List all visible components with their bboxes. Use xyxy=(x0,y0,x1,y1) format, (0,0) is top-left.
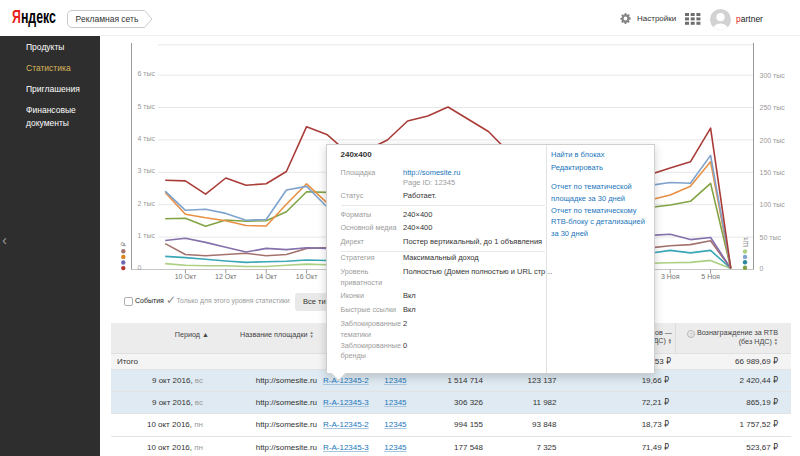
svg-text:50 тыс: 50 тыс xyxy=(760,234,782,241)
svg-text:5 тыс: 5 тыс xyxy=(138,103,156,110)
svg-text:0: 0 xyxy=(138,264,142,271)
svg-text:12 Окт: 12 Окт xyxy=(215,273,237,280)
svg-text:100 тыс: 100 тыс xyxy=(760,201,786,208)
svg-text:₽: ₽ xyxy=(120,242,127,247)
svg-text:1 тыс: 1 тыс xyxy=(138,232,156,239)
svg-text:5 Ноя: 5 Ноя xyxy=(701,273,720,280)
svg-text:16 Окт: 16 Окт xyxy=(296,273,318,280)
svg-text:Шт.: Шт. xyxy=(742,236,749,247)
svg-text:200 тыс: 200 тыс xyxy=(760,137,786,144)
svg-text:3 Ноя: 3 Ноя xyxy=(661,273,680,280)
svg-text:2 тыс: 2 тыс xyxy=(138,200,156,207)
svg-text:250 тыс: 250 тыс xyxy=(760,104,786,111)
svg-text:14 Окт: 14 Окт xyxy=(255,273,277,280)
svg-text:150 тыс: 150 тыс xyxy=(760,169,786,176)
svg-text:4 тыс: 4 тыс xyxy=(138,135,156,142)
svg-text:0: 0 xyxy=(760,265,764,272)
svg-text:300 тыс: 300 тыс xyxy=(760,72,786,79)
svg-text:10 Окт: 10 Окт xyxy=(175,273,197,280)
svg-text:6 тыс: 6 тыс xyxy=(138,70,156,77)
svg-text:3 тыс: 3 тыс xyxy=(138,167,156,174)
